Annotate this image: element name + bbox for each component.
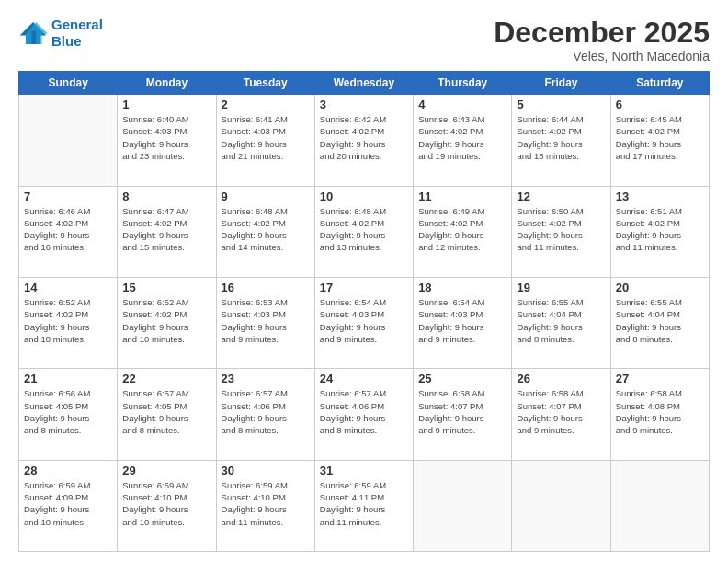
- day-number: 10: [320, 190, 408, 203]
- calendar-cell: [610, 460, 709, 551]
- calendar-cell: 18Sunrise: 6:54 AMSunset: 4:03 PMDayligh…: [414, 277, 512, 368]
- logo-line1: General: [51, 17, 103, 32]
- calendar-cell: 14Sunrise: 6:52 AMSunset: 4:02 PMDayligh…: [19, 277, 118, 368]
- day-number: 16: [222, 281, 310, 294]
- calendar-cell: 13Sunrise: 6:51 AMSunset: 4:02 PMDayligh…: [610, 186, 709, 277]
- calendar-cell: 17Sunrise: 6:54 AMSunset: 4:03 PMDayligh…: [314, 277, 413, 368]
- day-number: 6: [616, 98, 704, 111]
- calendar-cell: 23Sunrise: 6:57 AMSunset: 4:06 PMDayligh…: [216, 369, 314, 460]
- day-info: Sunrise: 6:47 AMSunset: 4:02 PMDaylight:…: [122, 205, 210, 254]
- day-number: 11: [418, 190, 506, 203]
- day-info: Sunrise: 6:45 AMSunset: 4:02 PMDaylight:…: [616, 113, 704, 162]
- calendar-cell: 30Sunrise: 6:59 AMSunset: 4:10 PMDayligh…: [216, 460, 314, 551]
- calendar-cell: 29Sunrise: 6:59 AMSunset: 4:10 PMDayligh…: [118, 460, 216, 551]
- day-info: Sunrise: 6:54 AMSunset: 4:03 PMDaylight:…: [418, 296, 506, 345]
- calendar-cell: 27Sunrise: 6:58 AMSunset: 4:08 PMDayligh…: [610, 369, 709, 460]
- day-info: Sunrise: 6:58 AMSunset: 4:08 PMDaylight:…: [616, 387, 704, 436]
- day-info: Sunrise: 6:44 AMSunset: 4:02 PMDaylight:…: [517, 113, 605, 162]
- calendar-cell: [512, 460, 610, 551]
- calendar-day-header: Sunday: [19, 72, 118, 95]
- day-info: Sunrise: 6:56 AMSunset: 4:05 PMDaylight:…: [24, 387, 112, 436]
- calendar-week-row: 14Sunrise: 6:52 AMSunset: 4:02 PMDayligh…: [19, 277, 710, 368]
- day-number: 3: [320, 98, 408, 111]
- logo-line2: Blue: [51, 33, 82, 49]
- calendar-header-row: SundayMondayTuesdayWednesdayThursdayFrid…: [19, 72, 710, 95]
- day-number: 5: [517, 98, 605, 111]
- day-info: Sunrise: 6:46 AMSunset: 4:02 PMDaylight:…: [24, 205, 112, 254]
- calendar-cell: 7Sunrise: 6:46 AMSunset: 4:02 PMDaylight…: [19, 186, 118, 277]
- calendar-cell: [414, 460, 512, 551]
- day-info: Sunrise: 6:57 AMSunset: 4:05 PMDaylight:…: [122, 387, 210, 436]
- day-number: 1: [122, 98, 210, 111]
- calendar-cell: 19Sunrise: 6:55 AMSunset: 4:04 PMDayligh…: [512, 277, 610, 368]
- calendar-cell: [19, 95, 118, 186]
- calendar-cell: 11Sunrise: 6:49 AMSunset: 4:02 PMDayligh…: [414, 186, 512, 277]
- day-number: 27: [616, 372, 704, 385]
- calendar-cell: 2Sunrise: 6:41 AMSunset: 4:03 PMDaylight…: [216, 95, 314, 186]
- day-info: Sunrise: 6:53 AMSunset: 4:03 PMDaylight:…: [222, 296, 310, 345]
- day-number: 15: [122, 281, 210, 294]
- day-info: Sunrise: 6:57 AMSunset: 4:06 PMDaylight:…: [320, 387, 408, 436]
- day-number: 20: [616, 281, 704, 294]
- main-title: December 2025: [494, 17, 710, 49]
- calendar-week-row: 28Sunrise: 6:59 AMSunset: 4:09 PMDayligh…: [19, 460, 710, 551]
- day-info: Sunrise: 6:58 AMSunset: 4:07 PMDaylight:…: [418, 387, 506, 436]
- day-info: Sunrise: 6:52 AMSunset: 4:02 PMDaylight:…: [24, 296, 112, 345]
- day-number: 31: [320, 464, 408, 477]
- day-number: 24: [320, 372, 408, 385]
- day-number: 2: [222, 98, 310, 111]
- day-info: Sunrise: 6:57 AMSunset: 4:06 PMDaylight:…: [222, 387, 310, 436]
- calendar-cell: 1Sunrise: 6:40 AMSunset: 4:03 PMDaylight…: [118, 95, 216, 186]
- calendar-cell: 22Sunrise: 6:57 AMSunset: 4:05 PMDayligh…: [118, 369, 216, 460]
- calendar-week-row: 1Sunrise: 6:40 AMSunset: 4:03 PMDaylight…: [19, 95, 710, 186]
- day-number: 21: [24, 372, 112, 385]
- calendar-cell: 20Sunrise: 6:55 AMSunset: 4:04 PMDayligh…: [610, 277, 709, 368]
- day-number: 26: [517, 372, 605, 385]
- calendar-cell: 10Sunrise: 6:48 AMSunset: 4:02 PMDayligh…: [314, 186, 413, 277]
- day-info: Sunrise: 6:59 AMSunset: 4:10 PMDaylight:…: [222, 479, 310, 528]
- day-info: Sunrise: 6:59 AMSunset: 4:10 PMDaylight:…: [122, 479, 210, 528]
- calendar-cell: 5Sunrise: 6:44 AMSunset: 4:02 PMDaylight…: [512, 95, 610, 186]
- day-number: 9: [222, 190, 310, 203]
- calendar-cell: 9Sunrise: 6:48 AMSunset: 4:02 PMDaylight…: [216, 186, 314, 277]
- calendar-cell: 4Sunrise: 6:43 AMSunset: 4:02 PMDaylight…: [414, 95, 512, 186]
- day-info: Sunrise: 6:52 AMSunset: 4:02 PMDaylight:…: [122, 296, 210, 345]
- day-number: 23: [222, 372, 310, 385]
- day-number: 18: [418, 281, 506, 294]
- title-block: December 2025 Veles, North Macedonia: [494, 17, 710, 63]
- calendar-day-header: Tuesday: [216, 72, 314, 95]
- day-info: Sunrise: 6:43 AMSunset: 4:02 PMDaylight:…: [418, 113, 506, 162]
- day-info: Sunrise: 6:59 AMSunset: 4:09 PMDaylight:…: [24, 479, 112, 528]
- calendar-day-header: Monday: [118, 72, 216, 95]
- day-info: Sunrise: 6:41 AMSunset: 4:03 PMDaylight:…: [222, 113, 310, 162]
- day-info: Sunrise: 6:40 AMSunset: 4:03 PMDaylight:…: [122, 113, 210, 162]
- day-number: 17: [320, 281, 408, 294]
- calendar-cell: 16Sunrise: 6:53 AMSunset: 4:03 PMDayligh…: [216, 277, 314, 368]
- calendar-day-header: Saturday: [610, 72, 709, 95]
- calendar-cell: 12Sunrise: 6:50 AMSunset: 4:02 PMDayligh…: [512, 186, 610, 277]
- calendar-cell: 24Sunrise: 6:57 AMSunset: 4:06 PMDayligh…: [314, 369, 413, 460]
- calendar-cell: 28Sunrise: 6:59 AMSunset: 4:09 PMDayligh…: [19, 460, 118, 551]
- day-number: 22: [122, 372, 210, 385]
- day-info: Sunrise: 6:58 AMSunset: 4:07 PMDaylight:…: [517, 387, 605, 436]
- logo: General Blue: [18, 17, 103, 50]
- day-number: 30: [222, 464, 310, 477]
- day-number: 8: [122, 190, 210, 203]
- logo-icon: [18, 20, 48, 46]
- calendar-week-row: 7Sunrise: 6:46 AMSunset: 4:02 PMDaylight…: [19, 186, 710, 277]
- day-info: Sunrise: 6:51 AMSunset: 4:02 PMDaylight:…: [616, 205, 704, 254]
- day-number: 14: [24, 281, 112, 294]
- day-info: Sunrise: 6:59 AMSunset: 4:11 PMDaylight:…: [320, 479, 408, 528]
- calendar-week-row: 21Sunrise: 6:56 AMSunset: 4:05 PMDayligh…: [19, 369, 710, 460]
- day-number: 7: [24, 190, 112, 203]
- calendar-cell: 31Sunrise: 6:59 AMSunset: 4:11 PMDayligh…: [314, 460, 413, 551]
- header: General Blue December 2025 Veles, North …: [18, 17, 710, 63]
- calendar-cell: 3Sunrise: 6:42 AMSunset: 4:02 PMDaylight…: [314, 95, 413, 186]
- day-info: Sunrise: 6:54 AMSunset: 4:03 PMDaylight:…: [320, 296, 408, 345]
- calendar-cell: 8Sunrise: 6:47 AMSunset: 4:02 PMDaylight…: [118, 186, 216, 277]
- day-info: Sunrise: 6:48 AMSunset: 4:02 PMDaylight:…: [222, 205, 310, 254]
- calendar-cell: 26Sunrise: 6:58 AMSunset: 4:07 PMDayligh…: [512, 369, 610, 460]
- day-info: Sunrise: 6:48 AMSunset: 4:02 PMDaylight:…: [320, 205, 408, 254]
- page: General Blue December 2025 Veles, North …: [0, 0, 728, 563]
- day-number: 13: [616, 190, 704, 203]
